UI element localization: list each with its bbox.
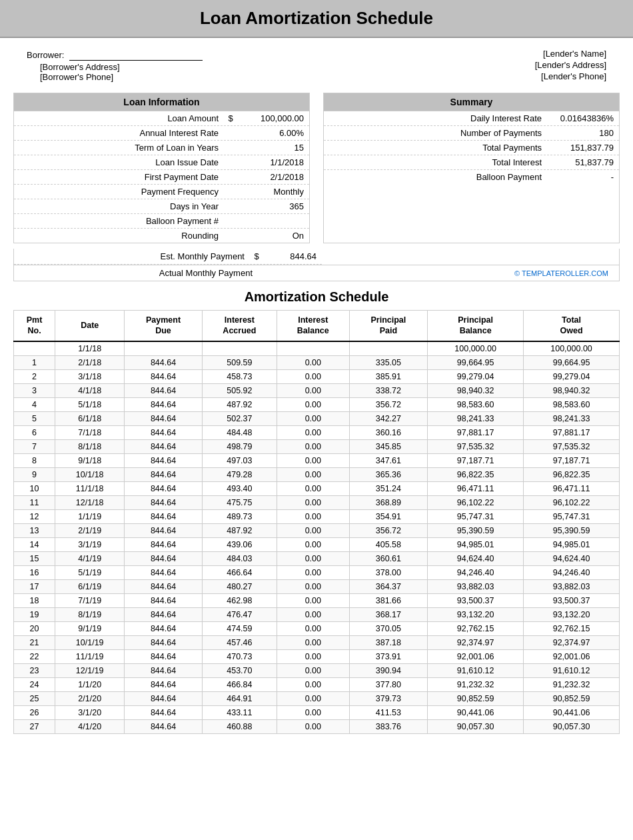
cell-principal-balance: 90,441.06 (428, 705, 524, 719)
table-row: 8 9/1/18 844.64 497.03 0.00 347.61 97,18… (14, 453, 620, 467)
cell-principal-paid: 338.72 (349, 383, 428, 397)
loan-row-label: Balloon Payment # (19, 216, 224, 226)
col-principal-balance: PrincipalBalance (428, 311, 524, 341)
cell-total-owed: 100,000.00 (524, 341, 620, 356)
loan-row-value: 2/1/2018 (237, 172, 304, 182)
cell-principal-paid: 356.72 (349, 523, 428, 537)
cell-interest-accrued: 497.03 (202, 453, 277, 467)
cell-principal-balance: 97,187.71 (428, 453, 524, 467)
cell-date: 10/1/19 (55, 635, 125, 649)
cell-payment: 844.64 (125, 621, 202, 635)
cell-principal-balance: 100,000.00 (428, 341, 524, 356)
table-row: 18 7/1/19 844.64 462.98 0.00 381.66 93,5… (14, 593, 620, 607)
cell-date: 11/1/18 (55, 481, 125, 495)
cell-pmt: 20 (14, 621, 55, 635)
cell-interest-balance: 0.00 (277, 495, 349, 509)
cell-payment: 844.64 (125, 719, 202, 733)
cell-interest-accrued: 475.75 (202, 495, 277, 509)
loan-row-label: Rounding (19, 231, 224, 241)
cell-principal-paid: 345.85 (349, 439, 428, 453)
cell-principal-balance: 93,500.37 (428, 593, 524, 607)
cell-date: 7/1/18 (55, 425, 125, 439)
cell-interest-accrued: 462.98 (202, 593, 277, 607)
col-interest-accrued: InterestAccrued (202, 311, 277, 341)
table-row: 23 12/1/19 844.64 453.70 0.00 390.94 91,… (14, 663, 620, 677)
cell-payment: 844.64 (125, 481, 202, 495)
cell-interest-accrued: 453.70 (202, 663, 277, 677)
est-payment-label: Est. Monthly Payment (19, 251, 250, 261)
table-row: 27 4/1/20 844.64 460.88 0.00 383.76 90,0… (14, 719, 620, 733)
cell-date: 1/1/20 (55, 677, 125, 691)
templateroller-link[interactable]: © TEMPLATEROLLER.COM (514, 269, 608, 277)
col-payment-due: PaymentDue (125, 311, 202, 341)
cell-interest-balance: 0.00 (277, 509, 349, 523)
cell-payment: 844.64 (125, 691, 202, 705)
cell-interest-accrued: 487.92 (202, 397, 277, 411)
cell-pmt: 4 (14, 397, 55, 411)
loan-row-symbol: $ (224, 113, 237, 123)
table-row: 15 4/1/19 844.64 484.03 0.00 360.61 94,6… (14, 551, 620, 565)
summary-row-label: Total Interest (329, 157, 547, 167)
cell-principal-paid: 356.72 (349, 397, 428, 411)
loan-row-label: Loan Amount (19, 113, 224, 123)
cell-principal-paid: 383.76 (349, 719, 428, 733)
cell-interest-balance: 0.00 (277, 663, 349, 677)
cell-pmt: 21 (14, 635, 55, 649)
cell-total-owed: 93,132.20 (524, 607, 620, 621)
cell-pmt: 12 (14, 509, 55, 523)
cell-interest-balance: 0.00 (277, 649, 349, 663)
cell-interest-accrued: 480.27 (202, 579, 277, 593)
table-row: 26 3/1/20 844.64 433.11 0.00 411.53 90,4… (14, 705, 620, 719)
cell-payment: 844.64 (125, 467, 202, 481)
table-row: 6 7/1/18 844.64 484.48 0.00 360.16 97,88… (14, 425, 620, 439)
cell-total-owed: 95,747.31 (524, 509, 620, 523)
cell-pmt: 11 (14, 495, 55, 509)
cell-pmt: 19 (14, 607, 55, 621)
cell-principal-balance: 95,747.31 (428, 509, 524, 523)
cell-pmt: 5 (14, 411, 55, 425)
cell-principal-balance: 99,664.95 (428, 355, 524, 369)
cell-total-owed: 90,057.30 (524, 719, 620, 733)
cell-interest-accrued: 476.47 (202, 607, 277, 621)
cell-pmt (14, 341, 55, 356)
cell-payment: 844.64 (125, 523, 202, 537)
cell-interest-accrued: 433.11 (202, 705, 277, 719)
cell-total-owed: 97,187.71 (524, 453, 620, 467)
cell-interest-balance (277, 341, 349, 356)
summary-row-label: Balloon Payment (329, 172, 547, 182)
cell-pmt: 18 (14, 593, 55, 607)
cell-pmt: 2 (14, 369, 55, 383)
cell-interest-balance: 0.00 (277, 481, 349, 495)
cell-payment: 844.64 (125, 537, 202, 551)
cell-total-owed: 92,762.15 (524, 621, 620, 635)
cell-pmt: 6 (14, 425, 55, 439)
cell-interest-accrued: 466.84 (202, 677, 277, 691)
cell-interest-accrued: 493.40 (202, 481, 277, 495)
cell-payment: 844.64 (125, 635, 202, 649)
cell-principal-balance: 93,132.20 (428, 607, 524, 621)
cell-date: 3/1/18 (55, 369, 125, 383)
cell-pmt: 27 (14, 719, 55, 733)
cell-interest-balance: 0.00 (277, 621, 349, 635)
cell-date: 8/1/19 (55, 607, 125, 621)
summary-box: Summary Daily Interest Rate 0.01643836% … (323, 93, 620, 243)
borrower-label: Borrower: (27, 50, 64, 60)
cell-date: 3/1/19 (55, 537, 125, 551)
cell-interest-balance: 0.00 (277, 677, 349, 691)
table-row: 9 10/1/18 844.64 479.28 0.00 365.36 96,8… (14, 467, 620, 481)
cell-interest-accrued: 470.73 (202, 649, 277, 663)
cell-total-owed: 97,881.17 (524, 425, 620, 439)
table-row: 13 2/1/19 844.64 487.92 0.00 356.72 95,3… (14, 523, 620, 537)
cell-date: 6/1/18 (55, 411, 125, 425)
loan-info-row: Days in Year 365 (14, 199, 309, 214)
loan-row-value: 100,000.00 (237, 113, 304, 123)
table-row: 25 2/1/20 844.64 464.91 0.00 379.73 90,8… (14, 691, 620, 705)
table-row: 16 5/1/19 844.64 466.64 0.00 378.00 94,2… (14, 565, 620, 579)
cell-interest-accrued: 489.73 (202, 509, 277, 523)
cell-principal-paid: 347.61 (349, 453, 428, 467)
loan-row-value: 15 (237, 143, 304, 153)
cell-principal-paid: 390.94 (349, 663, 428, 677)
cell-principal-paid: 364.37 (349, 579, 428, 593)
cell-pmt: 14 (14, 537, 55, 551)
cell-principal-balance: 96,471.11 (428, 481, 524, 495)
